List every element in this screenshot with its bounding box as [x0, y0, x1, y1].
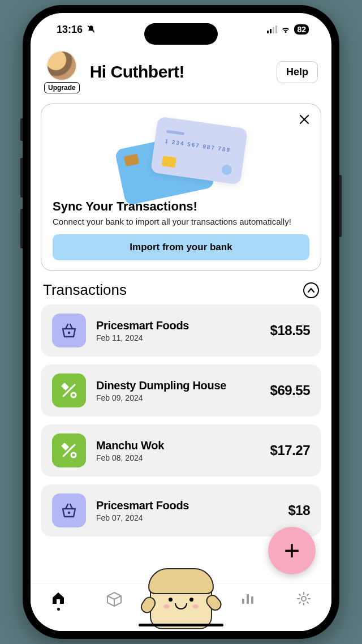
box-icon — [106, 591, 123, 607]
basket-icon — [52, 493, 86, 527]
utensils-icon — [52, 433, 86, 467]
nav-home[interactable] — [47, 591, 70, 611]
transaction-row[interactable]: Pricesmart FoodsFeb 07, 2024$18 — [41, 484, 321, 536]
transaction-date: Feb 07, 2024 — [96, 513, 278, 522]
svg-point-5 — [71, 393, 76, 397]
transaction-name: Pricesmart Foods — [96, 499, 278, 512]
upgrade-button[interactable]: Upgrade — [44, 82, 80, 93]
sync-card: 1 234 567 987 789 Sync Your Transactions… — [41, 104, 321, 271]
transactions-heading: Transactions — [43, 281, 127, 299]
mascot[interactable] — [150, 569, 212, 629]
chart-icon — [240, 591, 256, 606]
transaction-row[interactable]: Manchu WokFeb 08, 2024$17.27 — [41, 424, 321, 476]
nav-box[interactable] — [103, 591, 126, 607]
svg-point-13 — [301, 596, 306, 601]
transaction-amount: $69.55 — [270, 383, 310, 398]
transaction-name: Pricesmart Foods — [96, 319, 260, 332]
wifi-icon — [281, 25, 291, 33]
transaction-list: Pricesmart FoodsFeb 11, 2024$18.55Dinest… — [41, 304, 321, 536]
transaction-amount: $18.55 — [270, 323, 310, 338]
transaction-row[interactable]: Pricesmart FoodsFeb 11, 2024$18.55 — [41, 304, 321, 357]
svg-point-8 — [68, 512, 71, 514]
battery-badge: 82 — [294, 24, 309, 35]
notch — [144, 23, 218, 45]
collapse-toggle[interactable] — [303, 282, 319, 298]
transaction-date: Feb 08, 2024 — [96, 453, 260, 462]
transaction-amount: $18 — [288, 503, 310, 518]
help-button[interactable]: Help — [277, 61, 318, 83]
chevron-up-icon — [307, 287, 315, 293]
avatar[interactable] — [46, 50, 77, 81]
header: Upgrade Hi Cuthbert! Help — [31, 46, 331, 96]
home-icon — [50, 591, 66, 606]
greeting-text: Hi Cuthbert! — [90, 62, 277, 81]
svg-point-7 — [71, 453, 76, 457]
utensils-icon — [52, 373, 86, 407]
transaction-row[interactable]: Dinesty Dumpling HouseFeb 09, 2024$69.55 — [41, 364, 321, 417]
transaction-date: Feb 09, 2024 — [96, 393, 260, 402]
svg-rect-11 — [247, 594, 249, 604]
phone-frame: 13:16 82 Upgrade Hi — [23, 5, 339, 639]
basket-icon — [52, 314, 86, 347]
import-bank-button[interactable]: Import from your bank — [53, 234, 309, 260]
transaction-name: Manchu Wok — [96, 439, 260, 452]
nav-stats[interactable] — [236, 591, 259, 606]
transaction-name: Dinesty Dumpling House — [96, 379, 260, 392]
cards-illustration: 1 234 567 987 789 — [53, 114, 309, 194]
cell-signal-icon — [267, 25, 277, 33]
plus-icon: + — [284, 537, 300, 564]
svg-rect-9 — [57, 599, 60, 604]
transaction-date: Feb 11, 2024 — [96, 333, 260, 342]
svg-rect-12 — [251, 596, 253, 604]
gear-icon — [296, 591, 312, 607]
svg-rect-10 — [242, 599, 244, 604]
transaction-amount: $17.27 — [270, 443, 310, 458]
bell-off-icon — [86, 24, 96, 35]
screen: 13:16 82 Upgrade Hi — [31, 13, 331, 631]
add-fab[interactable]: + — [268, 527, 316, 574]
home-indicator[interactable] — [139, 624, 223, 626]
nav-settings[interactable] — [292, 591, 315, 607]
sync-title: Sync Your Transactions! — [53, 199, 309, 214]
svg-point-3 — [68, 332, 71, 334]
status-time: 13:16 — [57, 24, 83, 36]
sync-subtitle: Connect your bank to import all your tra… — [53, 216, 309, 227]
